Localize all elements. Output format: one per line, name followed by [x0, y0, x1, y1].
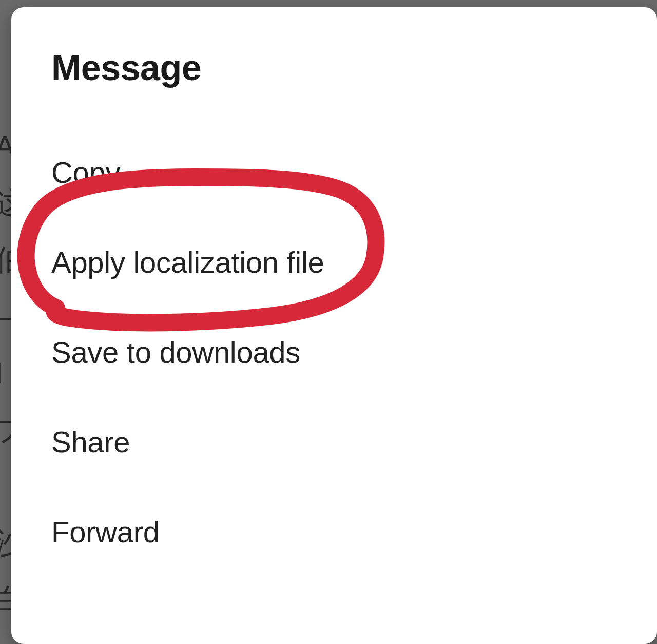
- message-context-dialog: Message Copy Apply localization file Sav…: [11, 7, 657, 644]
- dialog-title: Message: [51, 47, 617, 88]
- menu-item-apply-localization-file[interactable]: Apply localization file: [51, 245, 617, 279]
- menu-item-forward[interactable]: Forward: [51, 515, 617, 549]
- menu-item-share[interactable]: Share: [51, 425, 617, 459]
- menu-item-save-to-downloads[interactable]: Save to downloads: [51, 335, 617, 369]
- menu-item-copy[interactable]: Copy: [51, 155, 617, 190]
